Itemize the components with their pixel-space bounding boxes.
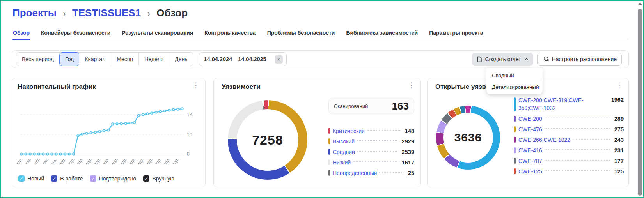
legend-row-label: Средний (333, 149, 355, 155)
legend-row-value: 231 (612, 147, 624, 154)
legend-color-bar (514, 97, 516, 111)
document-icon (477, 56, 482, 62)
kebab-menu-icon[interactable]: ⋮ (192, 81, 200, 89)
legend-row[interactable]: Неопределенный25 (328, 168, 414, 178)
legend-item[interactable]: ✓В работе (51, 175, 83, 182)
data-point (25, 153, 27, 155)
report-menu-item[interactable]: Сводный (486, 69, 543, 81)
legend-color-bar (328, 170, 330, 176)
legend-color-bar (328, 149, 330, 155)
legend-row[interactable]: CWE-200;CWE-319;CWE-359;CWE-10321962 (514, 96, 624, 113)
data-point (20, 153, 22, 155)
period-button[interactable]: Квартал (79, 53, 111, 66)
dotted-leader (545, 149, 610, 150)
cumulative-chart-card: Накопительный график ⋮ 1K100апр.июн.авг.… (12, 78, 206, 187)
tab-bar: ОбзорКонвейеры безопасностиРезультаты ск… (12, 29, 629, 40)
create-report-button[interactable]: Создать отчет (472, 53, 533, 66)
dotted-leader (545, 128, 610, 129)
legend-row[interactable]: Критический148 (328, 126, 414, 136)
legend-row[interactable]: CWE-787177 (514, 156, 624, 166)
tab-item[interactable]: Конвейеры безопасности (41, 29, 111, 40)
scrollbar-thumb[interactable] (638, 9, 642, 196)
tab-item[interactable]: Библиотека зависимостей (346, 29, 418, 40)
breadcrumb-projects-link[interactable]: Проекты (12, 7, 57, 19)
period-button[interactable]: Месяц (111, 53, 139, 66)
x-tick-label: апр. (17, 157, 23, 164)
kebab-menu-icon[interactable]: ⋮ (616, 81, 623, 89)
legend-row-label: CWE-787 (518, 158, 542, 164)
kebab-menu-icon[interactable]: ⋮ (408, 81, 415, 89)
period-button[interactable]: Весь период (16, 53, 60, 66)
data-point (42, 153, 44, 155)
legend-row[interactable]: CWE-266;CWE-1022243 (514, 134, 624, 145)
tab-active[interactable]: Обзор (12, 29, 30, 40)
period-button[interactable]: День (169, 53, 193, 66)
y-tick-label: 10 (187, 132, 192, 138)
checkbox-checked-icon[interactable]: ✓ (90, 175, 96, 182)
breadcrumb-project-name-link[interactable]: TESTISSUES1 (72, 7, 141, 19)
legend-item[interactable]: ✓Подтверждено (90, 175, 137, 182)
cwe-donut-chart[interactable]: 3636 (436, 106, 500, 170)
legend-row[interactable]: CWE-125125 (514, 166, 624, 177)
legend-row[interactable]: Высокий2929 (328, 136, 414, 147)
report-menu-item[interactable]: Детализированный (486, 81, 543, 93)
scans-label: Сканирований (334, 103, 368, 109)
dotted-leader (357, 151, 397, 152)
legend-item[interactable]: ✓Вручную (143, 175, 174, 182)
page-title: Обзор (156, 7, 188, 19)
close-icon: × (277, 57, 280, 62)
legend-row[interactable]: CWE-416231 (514, 145, 624, 156)
data-point (160, 111, 161, 113)
dotted-leader (545, 170, 610, 171)
legend-item-label: Подтверждено (99, 175, 137, 182)
legend-row[interactable]: CWE-476275 (514, 124, 624, 134)
data-point (46, 153, 48, 155)
data-point (29, 153, 31, 155)
dotted-leader (367, 130, 400, 131)
legend-row-value: 177 (612, 158, 624, 164)
legend-color-bar (514, 158, 516, 164)
legend-row-label: Низкий (333, 159, 351, 166)
create-report-label: Создать отчет (485, 56, 521, 62)
x-tick-label: апр. (128, 157, 137, 164)
cwe-legend: CWE-200;CWE-319;CWE-359;CWE-10321962CWE-… (514, 96, 624, 177)
scroll-up-arrow-icon[interactable] (638, 2, 642, 5)
tab-item[interactable]: Параметры проекта (429, 29, 483, 40)
x-tick-label: апр. (92, 157, 101, 164)
x-tick-label: фев. (57, 157, 67, 164)
checkbox-checked-icon[interactable]: ✓ (143, 175, 149, 182)
period-button[interactable]: Год (59, 52, 80, 66)
checkbox-checked-icon[interactable]: ✓ (51, 175, 57, 182)
date-from[interactable]: 14.04.2024 (204, 56, 232, 62)
date-to[interactable]: 14.04.2025 (238, 56, 266, 62)
line-chart-legend: ✓Новый✓В работе✓Подтверждено✓Вручную (18, 175, 174, 182)
legend-row-label: Высокий (333, 138, 355, 145)
data-point (73, 153, 75, 155)
date-range-picker[interactable]: 14.04.2024 14.04.2025 × (199, 52, 287, 66)
legend-row-value: 148 (403, 128, 414, 134)
open-vulnerabilities-card: Открытые уязвимости ⋮ 3636 CWE-200;CWE-3… (427, 78, 629, 187)
legend-row-label: Неопределенный (333, 170, 377, 176)
legend-item[interactable]: ✓Новый (18, 175, 44, 182)
severity-donut-chart[interactable]: 7258 (228, 100, 307, 180)
checkbox-checked-icon[interactable]: ✓ (18, 175, 25, 182)
legend-row[interactable]: CWE-200289 (514, 113, 624, 124)
clear-date-button[interactable]: × (275, 55, 283, 64)
data-point (120, 122, 122, 124)
configure-layout-button[interactable]: Настроить расположение (537, 53, 622, 66)
tab-item[interactable]: Результаты сканирования (121, 29, 193, 40)
period-button[interactable]: Неделя (139, 53, 169, 66)
legend-row[interactable]: Низкий1617 (328, 157, 414, 168)
legend-color-bar (514, 147, 516, 153)
tab-item[interactable]: Контроль качества (204, 29, 256, 40)
legend-row-value: 1617 (399, 159, 414, 166)
legend-row[interactable]: Средний2539 (328, 147, 414, 157)
legend-color-bar (328, 159, 330, 165)
legend-row-value: 2539 (399, 149, 414, 155)
legend-color-bar (328, 138, 330, 144)
card-title: Уязвимости (222, 83, 261, 91)
tab-item[interactable]: Проблемы безопасности (267, 29, 335, 40)
x-tick-label: авг. (33, 157, 41, 164)
x-tick-label: дек. (50, 157, 58, 164)
data-point (112, 123, 114, 125)
